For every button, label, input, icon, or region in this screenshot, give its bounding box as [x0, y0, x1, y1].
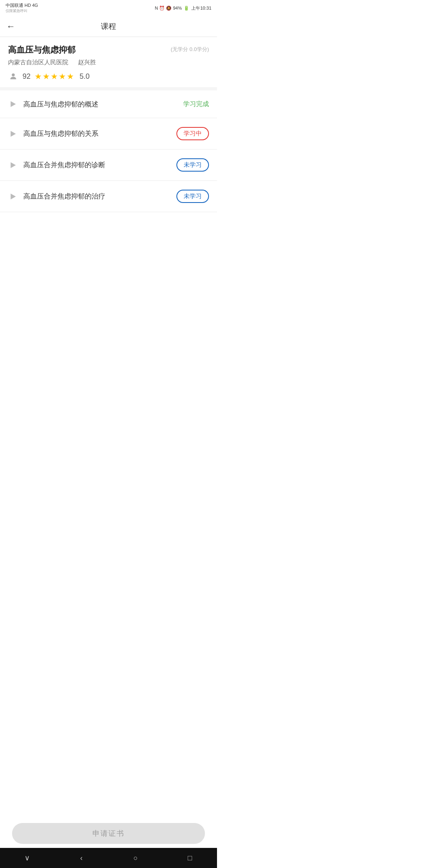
time: 上午10:31 [191, 5, 211, 11]
play-icon-1 [8, 99, 18, 109]
user-icon [8, 71, 18, 82]
star-4: ★ [59, 72, 66, 81]
lesson-item-3[interactable]: 高血压合并焦虑抑郁的诊断未学习 [0, 149, 217, 181]
svg-marker-4 [11, 193, 16, 199]
status-bar: 中国联通 HD 4G 仅限紧急呼叫 N ⏰ 🔕 94% 🔋 上午10:31 [0, 0, 217, 16]
star-3: ★ [51, 72, 58, 81]
lesson-item-4[interactable]: 高血压合并焦虑抑郁的治疗未学习 [0, 181, 217, 212]
lesson-name-4: 高血压合并焦虑抑郁的治疗 [23, 192, 105, 201]
enrollment-count: 92 [23, 72, 31, 81]
lesson-status-4: 未学习 [176, 190, 209, 203]
course-credit: (无学分 0.0学分) [171, 46, 209, 53]
lesson-list: 高血压与焦虑抑郁的概述学习完成高血压与焦虑抑郁的关系学习中高血压合并焦虑抑郁的诊… [0, 90, 217, 212]
star-5: ★ [67, 72, 74, 81]
star-2: ★ [43, 72, 50, 81]
page-title: 课程 [101, 21, 116, 32]
lesson-left-2: 高血压与焦虑抑郁的关系 [8, 129, 172, 139]
carrier-name: 中国联通 HD 4G [6, 2, 38, 8]
carrier-info: 中国联通 HD 4G 仅限紧急呼叫 [6, 2, 38, 14]
lesson-status-3: 未学习 [176, 158, 209, 172]
lesson-left-4: 高血压合并焦虑抑郁的治疗 [8, 192, 172, 201]
svg-marker-1 [11, 101, 16, 107]
course-name: 高血压与焦虑抑郁 [8, 44, 167, 55]
notification-icons: N ⏰ 🔕 94% [155, 6, 182, 11]
rating-value: 5.0 [80, 72, 90, 81]
hospital-name: 内蒙古自治区人民医院 [8, 59, 68, 66]
course-info-section: 高血压与焦虑抑郁 (无学分 0.0学分) 内蒙古自治区人民医院 赵兴胜 92 ★… [0, 37, 217, 90]
teacher-name: 赵兴胜 [78, 59, 96, 66]
status-icons: N ⏰ 🔕 94% 🔋 上午10:31 [155, 5, 211, 11]
top-nav: ← 课程 [0, 16, 217, 37]
svg-point-0 [12, 74, 14, 76]
battery-icon: 🔋 [184, 6, 189, 11]
lesson-left-1: 高血压与焦虑抑郁的概述 [8, 99, 179, 109]
svg-marker-3 [11, 162, 16, 168]
emergency-text: 仅限紧急呼叫 [6, 8, 38, 14]
lesson-name-3: 高血压合并焦虑抑郁的诊断 [23, 160, 105, 170]
back-button[interactable]: ← [6, 21, 15, 32]
lesson-left-3: 高血压合并焦虑抑郁的诊断 [8, 160, 172, 170]
course-meta: 内蒙古自治区人民医院 赵兴胜 [8, 59, 209, 66]
lesson-item-2[interactable]: 高血压与焦虑抑郁的关系学习中 [0, 118, 217, 149]
play-icon-2 [8, 129, 18, 139]
svg-marker-2 [11, 131, 16, 137]
lesson-item-1[interactable]: 高血压与焦虑抑郁的概述学习完成 [0, 90, 217, 118]
lesson-status-1: 学习完成 [183, 100, 209, 108]
lesson-name-1: 高血压与焦虑抑郁的概述 [23, 100, 98, 109]
lesson-name-2: 高血压与焦虑抑郁的关系 [23, 129, 98, 138]
star-rating: ★ ★ ★ ★ ★ [35, 72, 74, 81]
lesson-status-2: 学习中 [176, 127, 209, 140]
play-icon-4 [8, 192, 18, 201]
course-stats: 92 ★ ★ ★ ★ ★ 5.0 [8, 71, 209, 82]
star-1: ★ [35, 72, 42, 81]
play-icon-3 [8, 160, 18, 170]
